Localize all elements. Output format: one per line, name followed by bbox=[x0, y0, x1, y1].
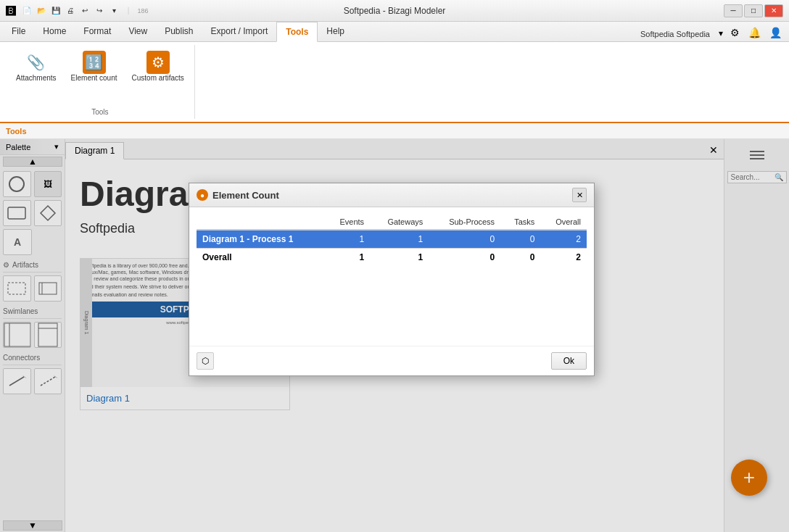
overall-gateways: 1 bbox=[370, 249, 429, 267]
tab-tools[interactable]: Tools bbox=[276, 22, 318, 42]
user-label[interactable]: Softpedia Softpedia bbox=[635, 27, 716, 41]
qat-num: 186 bbox=[136, 4, 149, 17]
row-tasks: 0 bbox=[500, 230, 540, 249]
element-count-icon: 🔢 bbox=[83, 51, 106, 74]
qat-print[interactable]: 🖨 bbox=[64, 4, 77, 17]
tab-view[interactable]: View bbox=[120, 21, 156, 41]
maximize-button[interactable]: □ bbox=[744, 4, 763, 17]
row-name: Diagram 1 - Process 1 bbox=[197, 230, 325, 249]
settings-icon[interactable]: ⚙ bbox=[726, 24, 744, 41]
custom-artifacts-button[interactable]: ⚙ Custom artifacts bbox=[128, 48, 189, 85]
ribbon-content: 📎 Attachments 🔢 Element count ⚙ Custom a… bbox=[0, 42, 789, 122]
modal-close-button[interactable]: ✕ bbox=[572, 188, 587, 202]
modal-ok-button[interactable]: Ok bbox=[551, 352, 587, 370]
notification-icon[interactable]: 🔔 bbox=[744, 24, 765, 41]
close-button[interactable]: ✕ bbox=[764, 4, 783, 17]
qat-more[interactable]: ▾ bbox=[107, 4, 120, 17]
qat-sep: | bbox=[122, 4, 135, 17]
modal-overlay: ● Element Count ✕ Events Gateways Sub-Pr… bbox=[0, 139, 789, 532]
qat-open[interactable]: 📂 bbox=[35, 4, 48, 17]
row-subprocess: 0 bbox=[429, 230, 500, 249]
table-row: Overall 1 1 0 0 2 bbox=[197, 249, 587, 267]
modal-footer: ⬡ Ok bbox=[189, 346, 594, 375]
user-icon[interactable]: 👤 bbox=[765, 24, 786, 41]
ribbon: File Home Format View Publish Export / I… bbox=[0, 22, 789, 123]
tab-help[interactable]: Help bbox=[318, 21, 353, 41]
row-gateways: 1 bbox=[370, 230, 429, 249]
app-title: Softpedia - Bizagi Modeler bbox=[344, 6, 446, 16]
overall-name: Overall bbox=[197, 249, 325, 267]
overall-tasks: 0 bbox=[500, 249, 540, 267]
ribbon-toolbar: Tools bbox=[0, 123, 789, 139]
row-overall: 2 bbox=[540, 230, 587, 249]
title-bar-left: 🅱 📄 📂 💾 🖨 ↩ ↪ ▾ | 186 bbox=[6, 4, 149, 17]
title-bar: 🅱 📄 📂 💾 🖨 ↩ ↪ ▾ | 186 Softpedia - Bizagi… bbox=[0, 0, 789, 22]
window-controls: ─ □ ✕ bbox=[724, 4, 783, 17]
modal-footer-right: Ok bbox=[551, 352, 587, 370]
modal-header-left: ● Element Count bbox=[197, 189, 279, 201]
ribbon-group-tools: 📎 Attachments 🔢 Element count ⚙ Custom a… bbox=[6, 45, 195, 119]
overall-total: 2 bbox=[540, 249, 587, 267]
attachments-icon: 📎 bbox=[25, 51, 48, 74]
modal-icon: ● bbox=[197, 189, 208, 201]
element-count-button[interactable]: 🔢 Element count bbox=[67, 48, 122, 85]
modal-header: ● Element Count ✕ bbox=[189, 183, 594, 207]
minimize-button[interactable]: ─ bbox=[724, 4, 743, 17]
modal-col-gateways: Gateways bbox=[370, 215, 429, 230]
table-row: Diagram 1 - Process 1 1 1 0 0 2 bbox=[197, 230, 587, 249]
modal-body: Events Gateways Sub-Process Tasks Overal… bbox=[189, 207, 594, 346]
modal-col-subprocess: Sub-Process bbox=[429, 215, 500, 230]
tab-format[interactable]: Format bbox=[75, 21, 120, 41]
quick-access-toolbar: 🅱 📄 📂 💾 🖨 ↩ ↪ ▾ | 186 bbox=[6, 4, 149, 17]
toolbar-label: Tools bbox=[6, 127, 27, 136]
custom-artifacts-icon: ⚙ bbox=[146, 51, 170, 74]
modal-col-name bbox=[197, 215, 325, 230]
element-count-modal: ● Element Count ✕ Events Gateways Sub-Pr… bbox=[189, 183, 595, 376]
qat-save[interactable]: 💾 bbox=[49, 4, 62, 17]
qat-new[interactable]: 📄 bbox=[20, 4, 33, 17]
modal-table: Events Gateways Sub-Process Tasks Overal… bbox=[197, 215, 587, 266]
modal-col-tasks: Tasks bbox=[500, 215, 540, 230]
modal-col-overall: Overall bbox=[540, 215, 587, 230]
main-layout: Palette ▾ ▲ 🖼 A bbox=[0, 139, 789, 532]
attachments-button[interactable]: 📎 Attachments bbox=[12, 48, 61, 85]
row-events: 1 bbox=[325, 230, 370, 249]
overall-subprocess: 0 bbox=[429, 249, 500, 267]
modal-empty-area bbox=[197, 266, 587, 338]
qat-redo[interactable]: ↪ bbox=[93, 4, 106, 17]
tab-publish[interactable]: Publish bbox=[156, 21, 202, 41]
custom-artifacts-label: Custom artifacts bbox=[132, 74, 184, 82]
modal-export-button[interactable]: ⬡ bbox=[197, 352, 214, 370]
modal-col-events: Events bbox=[325, 215, 370, 230]
tab-file[interactable]: File bbox=[3, 21, 34, 41]
modal-title: Element Count bbox=[212, 190, 279, 201]
element-count-label: Element count bbox=[71, 74, 117, 82]
tab-export-import[interactable]: Export / Import bbox=[202, 21, 277, 41]
user-chevron-icon[interactable]: ▾ bbox=[716, 25, 726, 41]
qat-undo[interactable]: ↩ bbox=[78, 4, 91, 17]
overall-events: 1 bbox=[325, 249, 370, 267]
modal-footer-left: ⬡ bbox=[197, 352, 214, 370]
ribbon-tab-bar: File Home Format View Publish Export / I… bbox=[0, 22, 789, 42]
ribbon-group-label: Tools bbox=[91, 108, 108, 116]
tab-home[interactable]: Home bbox=[34, 21, 75, 41]
attachments-label: Attachments bbox=[16, 74, 57, 82]
modal-table-header: Events Gateways Sub-Process Tasks Overal… bbox=[197, 215, 587, 230]
